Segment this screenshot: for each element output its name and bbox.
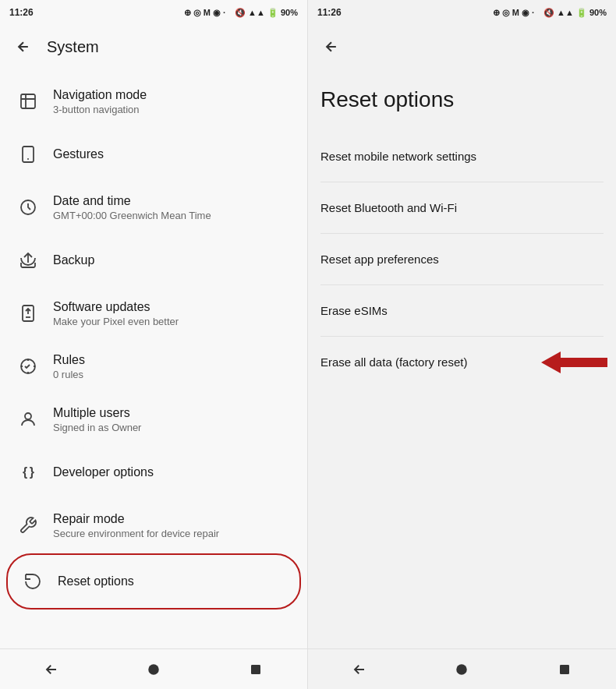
erase-esims-label: Erase eSIMs [320, 304, 388, 317]
reset-bluetooth-label: Reset Bluetooth and Wi-Fi [320, 201, 457, 214]
right-nav-back[interactable] [342, 652, 377, 687]
reset-options-content: Reset options Reset mobile network setti… [308, 69, 616, 648]
sidebar-item-software-updates[interactable]: Software updates Make your Pixel even be… [0, 287, 307, 340]
rules-subtitle: 0 rules [53, 369, 295, 380]
multiple-users-text: Multiple users Signed in as Owner [53, 406, 295, 433]
repair-mode-text: Repair mode Secure environment for devic… [53, 512, 295, 539]
navigation-mode-title: Navigation mode [53, 88, 295, 102]
sidebar-item-gestures[interactable]: Gestures [0, 128, 307, 181]
divider-3 [320, 284, 604, 285]
reset-options-title: Reset options [58, 574, 290, 588]
svg-point-8 [148, 664, 159, 675]
right-back-button[interactable] [320, 36, 342, 58]
divider-1 [320, 182, 604, 182]
navigation-mode-subtitle: 3-button navigation [53, 104, 295, 115]
left-notification-icons: ⊕ ◎ M ◉ · [184, 8, 225, 18]
reset-app-prefs-label: Reset app preferences [320, 253, 439, 266]
navigation-mode-text: Navigation mode 3-button navigation [53, 88, 295, 115]
sidebar-item-reset-options[interactable]: Reset options [6, 553, 301, 610]
svg-rect-9 [251, 665, 260, 674]
right-notification-icons: ⊕ ◎ M ◉ · [493, 8, 534, 18]
gestures-text: Gestures [53, 147, 295, 161]
left-page-title: System [47, 38, 99, 56]
multiple-users-subtitle: Signed in as Owner [53, 422, 295, 433]
reset-options-icon [17, 566, 48, 597]
rules-title: Rules [53, 353, 295, 367]
developer-options-text: Developer options [53, 465, 295, 479]
right-time: 11:26 [317, 7, 342, 18]
sidebar-item-repair-mode[interactable]: Repair mode Secure environment for devic… [0, 499, 307, 552]
sidebar-item-navigation-mode[interactable]: Navigation mode 3-button navigation [0, 75, 307, 128]
rules-text: Rules 0 rules [53, 353, 295, 380]
reset-bluetooth-option[interactable]: Reset Bluetooth and Wi-Fi [320, 186, 604, 230]
svg-rect-11 [561, 358, 607, 367]
backup-title: Backup [53, 253, 295, 267]
divider-2 [320, 233, 604, 234]
left-nav-home[interactable] [136, 652, 171, 687]
left-nav-back[interactable] [34, 652, 69, 687]
left-nav-recents[interactable] [239, 652, 273, 687]
right-nav-recents[interactable] [547, 652, 582, 687]
software-updates-subtitle: Make your Pixel even better [53, 316, 295, 327]
software-updates-icon [12, 298, 44, 329]
developer-options-title: Developer options [53, 465, 295, 479]
sidebar-item-multiple-users[interactable]: Multiple users Signed in as Owner [0, 393, 307, 446]
navigation-mode-icon [12, 86, 44, 117]
backup-icon [12, 245, 44, 276]
multiple-users-title: Multiple users [53, 406, 295, 420]
sidebar-item-rules[interactable]: Rules 0 rules [0, 340, 307, 393]
reset-options-text: Reset options [58, 574, 290, 588]
software-updates-text: Software updates Make your Pixel even be… [53, 300, 295, 327]
backup-text: Backup [53, 253, 295, 267]
right-system-icons: 🔇 ▲▲ 🔋 90% [543, 8, 607, 18]
sidebar-item-backup[interactable]: Backup [0, 234, 307, 287]
software-updates-title: Software updates [53, 300, 295, 314]
settings-list: Navigation mode 3-button navigation Gest… [0, 69, 307, 648]
factory-reset-label: Erase all data (factory reset) [320, 355, 467, 369]
svg-marker-10 [541, 352, 561, 373]
reset-options-page-title: Reset options [320, 87, 604, 112]
right-status-icons: ⊕ ◎ M ◉ · 🔇 ▲▲ 🔋 90% [493, 8, 607, 18]
sidebar-item-date-time[interactable]: Date and time GMT+00:00 Greenwich Mean T… [0, 181, 307, 234]
left-status-bar: 11:26 ⊕ ◎ M ◉ · 🔇 ▲▲ 🔋 90% [0, 0, 307, 25]
sidebar-item-developer-options[interactable]: { } Developer options [0, 446, 307, 499]
reset-network-option[interactable]: Reset mobile network settings [320, 134, 604, 178]
left-top-bar: System [0, 25, 307, 69]
rules-icon [12, 351, 44, 382]
gestures-title: Gestures [53, 147, 295, 161]
repair-mode-subtitle: Secure environment for device repair [53, 528, 295, 539]
left-status-icons: ⊕ ◎ M ◉ · 🔇 ▲▲ 🔋 90% [184, 8, 298, 18]
right-nav-home[interactable] [444, 652, 479, 687]
left-bottom-nav [0, 648, 307, 689]
developer-options-icon: { } [12, 457, 44, 488]
svg-rect-13 [560, 665, 569, 674]
repair-mode-icon [12, 510, 44, 541]
right-status-bar: 11:26 ⊕ ◎ M ◉ · 🔇 ▲▲ 🔋 90% [308, 0, 616, 25]
multiple-users-icon [12, 404, 44, 435]
factory-reset-arrow-annotation [518, 348, 611, 376]
left-back-button[interactable] [12, 36, 34, 58]
svg-point-12 [457, 664, 468, 675]
svg-point-7 [25, 413, 31, 419]
left-panel: 11:26 ⊕ ◎ M ◉ · 🔇 ▲▲ 🔋 90% System [0, 0, 308, 689]
right-bottom-nav [308, 648, 616, 689]
right-panel: 11:26 ⊕ ◎ M ◉ · 🔇 ▲▲ 🔋 90% Reset options… [308, 0, 616, 689]
date-time-title: Date and time [53, 194, 295, 208]
date-time-icon [12, 192, 44, 223]
divider-4 [320, 336, 604, 337]
repair-mode-title: Repair mode [53, 512, 295, 526]
factory-reset-option[interactable]: Erase all data (factory reset) [320, 340, 604, 384]
erase-esims-option[interactable]: Erase eSIMs [320, 288, 604, 333]
date-time-text: Date and time GMT+00:00 Greenwich Mean T… [53, 194, 295, 221]
gestures-icon [12, 139, 44, 170]
date-time-subtitle: GMT+00:00 Greenwich Mean Time [53, 210, 295, 221]
left-time: 11:26 [9, 7, 34, 18]
reset-network-label: Reset mobile network settings [320, 150, 476, 163]
right-top-bar [308, 25, 616, 69]
reset-app-prefs-option[interactable]: Reset app preferences [320, 237, 604, 281]
left-system-icons: 🔇 ▲▲ 🔋 90% [235, 8, 298, 18]
